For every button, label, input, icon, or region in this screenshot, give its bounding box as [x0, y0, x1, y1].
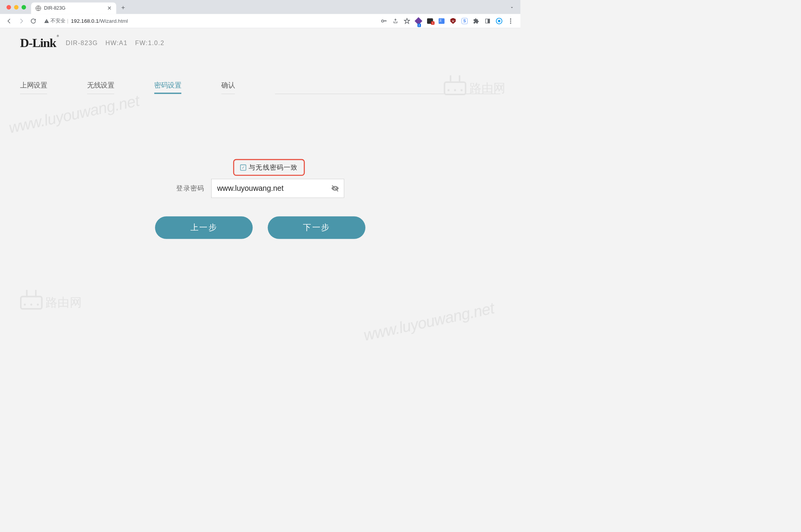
insecure-site-indicator[interactable]: 不安全 |	[44, 17, 68, 24]
router-fw-version: FW:1.0.2	[135, 39, 165, 47]
password-key-icon[interactable]	[381, 18, 387, 24]
same-as-wireless-checkbox-row[interactable]: ✓ 与无线密码一致	[233, 159, 305, 176]
svg-point-4	[510, 20, 511, 22]
browser-toolbar-icons: S	[381, 18, 516, 24]
svg-point-5	[510, 22, 511, 24]
svg-rect-2	[488, 19, 490, 23]
password-form: ✓ 与无线密码一致 登录密码 上一步 下一步	[0, 94, 520, 239]
browser-menu-button[interactable]	[507, 18, 514, 24]
login-password-input[interactable]	[211, 179, 344, 198]
extension-s-icon[interactable]: S	[461, 18, 468, 24]
bookmark-star-icon[interactable]	[404, 18, 410, 24]
login-password-row: 登录密码	[176, 179, 344, 198]
router-model: DIR-823G	[66, 39, 98, 47]
new-tab-button[interactable]: +	[121, 4, 125, 12]
window-minimize-button[interactable]	[14, 5, 19, 10]
insecure-label: 不安全	[50, 17, 66, 24]
globe-icon	[35, 5, 41, 11]
tab-internet-settings[interactable]: 上网设置	[20, 77, 47, 94]
wizard-tabs: 上网设置 无线设置 密码设置 确认	[10, 52, 510, 94]
tab-close-button[interactable]: ✕	[107, 5, 112, 12]
tab-password-settings[interactable]: 密码设置	[154, 77, 181, 94]
checkbox-label: 与无线密码一致	[249, 163, 298, 172]
previous-button[interactable]: 上一步	[155, 216, 252, 239]
checkbox-checked-icon[interactable]: ✓	[240, 165, 246, 171]
extension-translate-icon[interactable]	[438, 18, 445, 24]
browser-tab[interactable]: DIR-823G ✕	[31, 2, 116, 14]
tab-title: DIR-823G	[44, 5, 104, 11]
window-maximize-button[interactable]	[22, 5, 26, 10]
next-button[interactable]: 下一步	[268, 216, 365, 239]
forward-button[interactable]	[17, 16, 26, 26]
url-text: 192.168.0.1/Wizard.html	[71, 18, 128, 24]
dlink-logo: D-Link®	[20, 35, 58, 50]
extension-ublock-icon[interactable]	[450, 18, 456, 24]
login-password-label: 登录密码	[176, 184, 204, 193]
toggle-password-visibility-icon[interactable]	[331, 184, 339, 192]
reload-button[interactable]	[29, 16, 38, 26]
warning-icon	[44, 19, 49, 24]
window-controls	[5, 5, 31, 14]
router-header: D-Link® DIR-823G HW:A1 FW:1.0.2	[0, 28, 520, 53]
browser-tab-strip: DIR-823G ✕ +	[0, 0, 520, 14]
tabs-dropdown-button[interactable]	[509, 5, 514, 10]
back-button[interactable]	[5, 16, 14, 26]
svg-point-0	[382, 20, 384, 22]
wizard-buttons: 上一步 下一步	[155, 216, 365, 239]
share-icon[interactable]	[392, 18, 399, 24]
tab-confirm[interactable]: 确认	[221, 77, 235, 94]
window-close-button[interactable]	[7, 5, 11, 10]
extension-360-icon[interactable]	[496, 18, 502, 24]
page-content: D-Link® DIR-823G HW:A1 FW:1.0.2 上网设置 无线设…	[0, 28, 520, 239]
svg-point-3	[510, 18, 511, 19]
watermark-text: www.luyouwang.net	[362, 299, 496, 344]
extension-purple-icon[interactable]	[415, 18, 422, 24]
browser-address-bar: 不安全 | 192.168.0.1/Wizard.html S	[0, 14, 520, 28]
extensions-puzzle-icon[interactable]	[473, 18, 480, 24]
watermark-logo: 路由网	[20, 295, 82, 311]
extension-dark-icon[interactable]	[427, 18, 433, 24]
panel-icon[interactable]	[485, 18, 491, 24]
tab-wireless-settings[interactable]: 无线设置	[87, 77, 114, 94]
url-box[interactable]: 不安全 | 192.168.0.1/Wizard.html	[40, 17, 378, 24]
router-hw-version: HW:A1	[105, 39, 128, 47]
